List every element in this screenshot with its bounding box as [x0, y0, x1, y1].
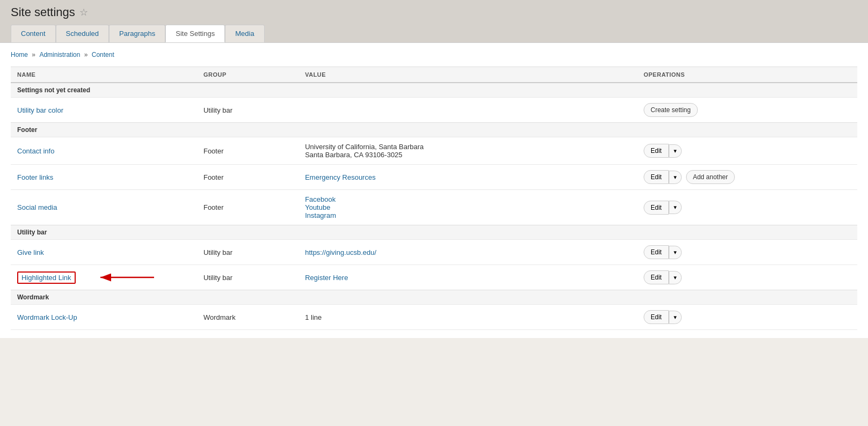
- row-group-contact-info: Footer: [197, 137, 298, 165]
- edit-button-contact-info[interactable]: Edit: [644, 144, 669, 158]
- footer-links-link[interactable]: Footer links: [17, 173, 53, 181]
- edit-dropdown-contact-info[interactable]: ▾: [669, 144, 682, 158]
- page-title: Site settings ☆: [11, 5, 857, 25]
- row-ops-give-link: Edit ▾: [637, 240, 857, 265]
- highlighted-link-box: Highlighted Link: [17, 271, 76, 284]
- row-group-wordmark-lockup: Wordmark: [197, 305, 298, 330]
- row-name-contact-info: Contact info: [11, 137, 197, 165]
- top-bar: Site settings ☆ Content Scheduled Paragr…: [0, 0, 868, 42]
- row-group-social-media: Footer: [197, 190, 298, 225]
- group-header-footer: Footer: [11, 123, 857, 137]
- table-row: Social media Footer Facebook Youtube Ins…: [11, 190, 857, 225]
- breadcrumb: Home » Administration » Content: [11, 51, 857, 58]
- giving-ucsb-link[interactable]: https://giving.ucsb.edu/: [305, 248, 376, 256]
- edit-button-footer-links[interactable]: Edit: [644, 170, 669, 184]
- table-row: Wordmark Lock-Up Wordmark 1 line Edit ▾: [11, 305, 857, 330]
- edit-button-wordmark-lockup[interactable]: Edit: [644, 310, 669, 324]
- edit-button-group-social-media: Edit ▾: [644, 201, 682, 215]
- col-header-operations: OPERATIONS: [637, 67, 857, 83]
- create-setting-button[interactable]: Create setting: [644, 103, 698, 117]
- edit-dropdown-highlighted-link[interactable]: ▾: [669, 271, 682, 284]
- edit-button-group-give-link: Edit ▾: [644, 245, 682, 259]
- row-ops-wordmark-lockup: Edit ▾: [637, 305, 857, 330]
- emergency-resources-link[interactable]: Emergency Resources: [305, 173, 376, 181]
- row-ops-contact-info: Edit ▾: [637, 137, 857, 165]
- settings-table: NAME GROUP VALUE OPERATIONS Settings not…: [11, 67, 857, 330]
- group-label-utility-bar: Utility bar: [11, 225, 857, 240]
- row-group-give-link: Utility bar: [197, 240, 298, 265]
- row-value-utility-bar-color: [298, 98, 637, 123]
- tab-bar: Content Scheduled Paragraphs Site Settin…: [11, 25, 857, 42]
- row-value-highlighted-link: Register Here: [298, 265, 637, 290]
- table-row: Utility bar color Utility bar Create set…: [11, 98, 857, 123]
- edit-dropdown-footer-links[interactable]: ▾: [669, 171, 682, 184]
- edit-dropdown-give-link[interactable]: ▾: [669, 246, 682, 259]
- favorite-star-icon[interactable]: ☆: [79, 6, 88, 18]
- row-ops-utility-bar-color: Create setting: [637, 98, 857, 123]
- edit-dropdown-wordmark-lockup[interactable]: ▾: [669, 311, 682, 324]
- edit-button-give-link[interactable]: Edit: [644, 245, 669, 259]
- tab-paragraphs[interactable]: Paragraphs: [109, 25, 165, 42]
- row-value-footer-links: Emergency Resources: [298, 165, 637, 190]
- main-content: Home » Administration » Content NAME GRO…: [0, 42, 868, 338]
- group-label-wordmark: Wordmark: [11, 290, 857, 305]
- edit-dropdown-social-media[interactable]: ▾: [669, 201, 682, 214]
- row-name-utility-bar-color: Utility bar color: [11, 98, 197, 123]
- group-header-wordmark: Wordmark: [11, 290, 857, 305]
- social-media-link[interactable]: Social media: [17, 203, 57, 211]
- row-value-give-link: https://giving.ucsb.edu/: [298, 240, 637, 265]
- row-ops-footer-links: Edit ▾ Add another: [637, 165, 857, 190]
- edit-button-group-contact-info: Edit ▾: [644, 144, 682, 158]
- wordmark-lockup-link[interactable]: Wordmark Lock-Up: [17, 313, 77, 321]
- row-name-give-link: Give link: [11, 240, 197, 265]
- highlighted-link-link[interactable]: Highlighted Link: [21, 274, 71, 282]
- row-ops-social-media: Edit ▾: [637, 190, 857, 225]
- facebook-link[interactable]: Facebook: [305, 195, 335, 203]
- tab-site-settings[interactable]: Site Settings: [165, 25, 225, 42]
- table-row: Footer links Footer Emergency Resources …: [11, 165, 857, 190]
- row-group-footer-links: Footer: [197, 165, 298, 190]
- row-name-footer-links: Footer links: [11, 165, 197, 190]
- breadcrumb-content[interactable]: Content: [92, 51, 114, 58]
- youtube-link[interactable]: Youtube: [305, 203, 330, 211]
- tab-content[interactable]: Content: [11, 25, 56, 42]
- give-link-link[interactable]: Give link: [17, 248, 44, 256]
- row-group-highlighted-link: Utility bar: [197, 265, 298, 290]
- register-here-link[interactable]: Register Here: [305, 274, 348, 282]
- instagram-link[interactable]: Instagram: [305, 211, 336, 219]
- edit-button-highlighted-link[interactable]: Edit: [644, 270, 669, 284]
- col-header-name: NAME: [11, 67, 197, 83]
- add-another-button[interactable]: Add another: [686, 170, 735, 184]
- table-row-highlighted-link: Highlighted Link Utili: [11, 265, 857, 290]
- edit-button-group-footer-links: Edit ▾: [644, 170, 682, 184]
- breadcrumb-home[interactable]: Home: [11, 51, 28, 58]
- page-title-text: Site settings: [11, 5, 75, 19]
- tab-media[interactable]: Media: [225, 25, 264, 42]
- row-value-contact-info: University of California, Santa BarbaraS…: [298, 137, 637, 165]
- red-arrow-icon: [95, 269, 159, 285]
- row-name-social-media: Social media: [11, 190, 197, 225]
- group-header-settings-not-created: Settings not yet created: [11, 83, 857, 98]
- edit-button-group-wordmark-lockup: Edit ▾: [644, 310, 682, 324]
- breadcrumb-administration[interactable]: Administration: [39, 51, 80, 58]
- col-header-group: GROUP: [197, 67, 298, 83]
- row-value-social-media: Facebook Youtube Instagram: [298, 190, 637, 225]
- utility-bar-color-link[interactable]: Utility bar color: [17, 106, 63, 114]
- contact-info-link[interactable]: Contact info: [17, 147, 54, 155]
- row-name-highlighted-link: Highlighted Link: [11, 265, 197, 290]
- tab-scheduled[interactable]: Scheduled: [56, 25, 109, 42]
- edit-button-group-highlighted-link: Edit ▾: [644, 270, 682, 284]
- row-value-wordmark-lockup: 1 line: [298, 305, 637, 330]
- table-row: Contact info Footer University of Califo…: [11, 137, 857, 165]
- group-label: Settings not yet created: [11, 83, 857, 98]
- row-name-wordmark-lockup: Wordmark Lock-Up: [11, 305, 197, 330]
- group-label-footer: Footer: [11, 123, 857, 137]
- table-row: Give link Utility bar https://giving.ucs…: [11, 240, 857, 265]
- col-header-value: VALUE: [298, 67, 637, 83]
- row-ops-highlighted-link: Edit ▾: [637, 265, 857, 290]
- row-group-utility-bar-color: Utility bar: [197, 98, 298, 123]
- edit-button-social-media[interactable]: Edit: [644, 201, 669, 215]
- group-header-utility-bar: Utility bar: [11, 225, 857, 240]
